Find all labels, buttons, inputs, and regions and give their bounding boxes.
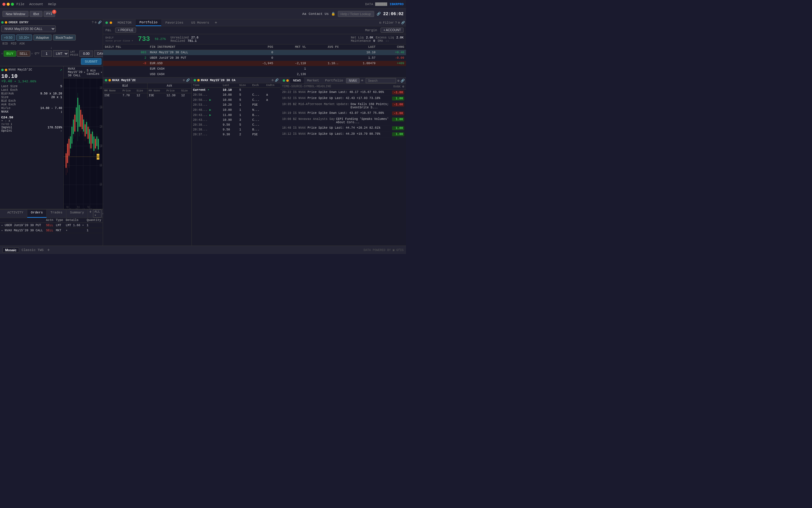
imp-vol-label: ImpVol (1, 126, 12, 129)
close-button[interactable] (2, 3, 5, 6)
ts-settings[interactable]: ⚙ (272, 78, 274, 82)
svg-rect-33 (80, 110, 81, 127)
adaptive-button[interactable]: Adaptive (33, 35, 52, 41)
ticker-lookup-input[interactable] (338, 11, 374, 17)
lmt-price-input[interactable] (79, 50, 93, 57)
profile-button[interactable]: + PROFILE (115, 28, 136, 33)
news-item[interactable]: 18:12 IS NVAX Price Spike Up Last: 44.29… (280, 131, 406, 137)
ts-row[interactable]: 20:38... 9.501B... (192, 127, 280, 132)
portfolio-row[interactable]: USD CASH 2,136 (103, 72, 406, 77)
news-item[interactable]: 19:35 BZ Mid-Afternoon Market Update: Do… (280, 102, 406, 111)
filter-funnel-icon[interactable]: ⊟ Filter (379, 21, 394, 25)
ts-row[interactable]: 20:53... 10.201PSE (192, 102, 280, 108)
order-type-select[interactable]: LMT (53, 50, 69, 57)
maximize-button[interactable] (11, 3, 14, 6)
ibot-button[interactable]: IBot (30, 11, 42, 17)
news-text: Price Spike Up Last: 44.29 +19.79 80.79% (308, 132, 391, 136)
help-icon-mon[interactable]: ? (395, 21, 397, 25)
settings-icon-mon[interactable]: ⚙ (398, 21, 400, 25)
help-icon[interactable]: ? (92, 21, 93, 24)
radio-sell[interactable]: ○ (31, 52, 33, 55)
ts-row[interactable]: 20:43... ▶ 11.001B... (192, 113, 280, 118)
tab-monitor[interactable]: MONITOR (114, 20, 135, 26)
add-news-tab[interactable]: + (360, 78, 364, 83)
col-quantity: Quantity (85, 218, 103, 223)
ts-row[interactable]: 20:58... 10.08 5 C... a (192, 93, 280, 97)
tab-orders[interactable]: Orders (27, 210, 47, 218)
ask-price-button[interactable]: 10.20+ (16, 35, 32, 41)
menu-help[interactable]: Help (48, 2, 56, 6)
portfolio-row[interactable]: 2 UBER Jun19'20 30 PUT 0 1.57 -0.09 (103, 55, 406, 61)
ts-row[interactable]: 20:38... 9.505C... (192, 123, 280, 127)
tab-favorites[interactable]: Favorites (162, 20, 187, 26)
add-tab-monitor[interactable]: + (213, 20, 218, 25)
news-item[interactable]: 19:19 IS NVAX Price Spike Down Last: 43.… (280, 111, 406, 117)
settings-icon[interactable]: ⚙ (95, 20, 96, 24)
link-icon-mon[interactable]: 🔗 (401, 21, 405, 25)
ob-settings[interactable]: ⚙ (183, 78, 185, 82)
qty-input[interactable] (41, 50, 52, 57)
mid-label[interactable]: MID (10, 42, 17, 46)
window-controls[interactable] (2, 3, 14, 6)
news-search-input[interactable] (366, 78, 396, 83)
add-workspace-button[interactable]: + (46, 248, 51, 252)
realized-val: 781.1 (188, 39, 197, 43)
sell-button[interactable]: SELL (17, 50, 30, 57)
instrument-selector[interactable]: NVAX May15'20 30 CALL (1, 26, 56, 32)
news-item[interactable]: 18:48 IS NVAX Price Spike Up Last: 44.74… (280, 125, 406, 131)
expand-icon[interactable]: ↗ (60, 68, 62, 72)
news-link[interactable]: 🔗 (400, 79, 405, 83)
order-row[interactable]: ✦ UBER Jun19'20 30 PUT SELL LMT LMT 1.66… (0, 223, 103, 228)
order-row[interactable]: ✦ NVAX May15'20 30 CALL SELL MKT ▾ 1 (0, 228, 103, 233)
ts-row[interactable]: 20:37... 9.302PSE (192, 132, 280, 137)
new-window-button[interactable]: New Window (2, 11, 29, 17)
row-chng (377, 66, 406, 72)
add-tab-button[interactable]: + (88, 210, 93, 218)
bid-label[interactable]: BID (1, 42, 9, 46)
radio-buy[interactable]: ○ (1, 52, 3, 55)
classic-tws-tab[interactable]: Classic TWS (19, 248, 46, 252)
news-settings[interactable]: ⚙ (397, 79, 399, 83)
tab-portfolio-news[interactable]: Portfolio (322, 78, 346, 84)
tab-market[interactable]: Market (304, 78, 322, 84)
row-avg (308, 55, 341, 61)
portfolio-row[interactable]: -8 EUR.USD -1,945 -2,110 1.10.. 1.08479 … (103, 61, 406, 66)
tab-news[interactable]: NEWS (290, 78, 304, 84)
bid-row[interactable]: ISE 7.70 12 (103, 93, 147, 98)
filter-select[interactable]: ALL ▾ (93, 210, 102, 218)
account-button[interactable]: + ACCOUNT (381, 28, 403, 33)
menu-file[interactable]: File (16, 2, 24, 6)
tab-trades[interactable]: Trades (47, 210, 66, 218)
news-symbol-button[interactable]: NVAX (346, 78, 360, 83)
book-trader-button[interactable]: BookTrader (53, 35, 76, 41)
aa-button[interactable]: Aa (302, 12, 306, 16)
mosaic-tab[interactable]: Mosaic (2, 247, 19, 253)
tab-us-movers[interactable]: US Movers (188, 20, 213, 26)
chart-timeframe[interactable]: 5 min candles (87, 69, 100, 76)
bid-price-button[interactable]: +9.50 (1, 35, 15, 41)
contact-us-link[interactable]: Contact Us (309, 12, 329, 16)
fyi-button[interactable]: FYI 2 (44, 11, 55, 17)
submit-button[interactable]: SUBMIT (81, 58, 102, 65)
ts-link[interactable]: 🔗 (275, 78, 278, 82)
ob-link[interactable]: 🔗 (186, 78, 190, 82)
portfolio-row[interactable]: 803 NVAX May15'20 30 CALL 0 10.10 +9.40 (103, 50, 406, 55)
row-instrument: UBER Jun19'20 30 PUT (148, 55, 242, 61)
ask-row[interactable]: ISE 12.30 12 (148, 93, 192, 98)
news-item[interactable]: 19:08 BZ Novavax Analysts Say CEPI Fundi… (280, 117, 406, 125)
ts-row[interactable]: 20:58... ▶ 10.085C...a (192, 97, 280, 102)
ts-row[interactable]: 20:43... 10.903C... (192, 118, 280, 123)
ask-label[interactable]: ASK (18, 42, 26, 46)
news-item[interactable]: 20:22 IS NVAX Price Spike Down Last: 40.… (280, 90, 406, 96)
portfolio-row[interactable]: EUR CASH 1 (103, 66, 406, 72)
link-icon-oe[interactable]: 🔗 (98, 20, 102, 24)
tab-summary[interactable]: Summary (66, 210, 88, 218)
menu-account[interactable]: Account (29, 2, 43, 6)
minimize-button[interactable] (7, 3, 10, 6)
buy-button[interactable]: BUY (4, 50, 16, 57)
tab-activity[interactable]: ACTIVITY (4, 210, 27, 218)
tab-portfolio[interactable]: Portfolio (136, 19, 161, 26)
ts-row[interactable]: 20:48... ▶ 10.001N... (192, 108, 280, 113)
news-item[interactable]: 19:52 IS NVAX Price Spike Up Last: 42.43… (280, 96, 406, 102)
nvax-label: NVAX (1, 110, 8, 114)
